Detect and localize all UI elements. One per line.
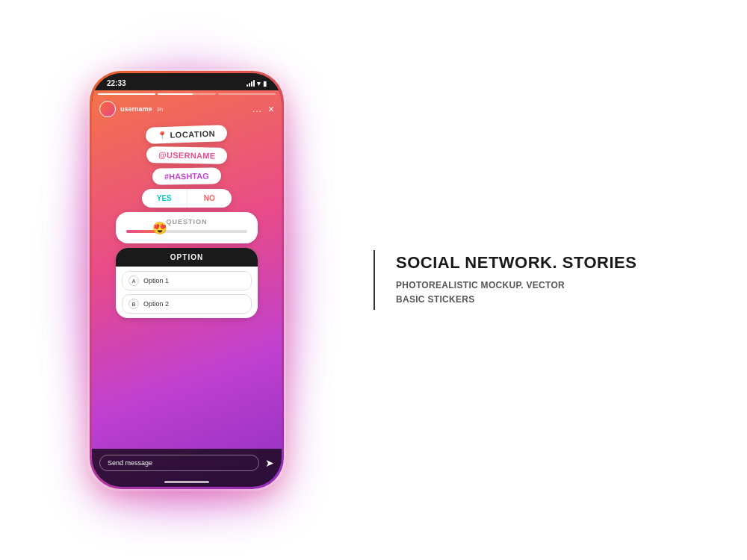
poll-option-b[interactable]: B Option 2: [122, 294, 252, 314]
location-label: LOCATION: [170, 129, 216, 140]
avatar: [99, 101, 116, 117]
sub-title-line1: PHOTOREALISTIC MOCKUP. VECTOR: [396, 279, 717, 293]
home-bar: [164, 481, 209, 483]
progress-1: [98, 93, 155, 95]
poll-header: OPTION: [116, 248, 258, 267]
yes-button[interactable]: YES: [142, 189, 187, 208]
progress-3: [218, 93, 276, 95]
option-a-letter: A: [128, 276, 139, 286]
close-icon[interactable]: ×: [268, 103, 274, 115]
divider-line: [374, 250, 375, 310]
option-b-letter: B: [128, 299, 139, 309]
story-progress: [92, 90, 282, 96]
stickers-area: 📍 LOCATION @USERNAME #HASHTAG: [92, 122, 282, 449]
wifi-icon: ▾: [257, 80, 261, 87]
phone-screen: 22:33 ▾ ▮: [92, 73, 282, 487]
progress-2: [158, 93, 215, 95]
status-bar: 22:33 ▾ ▮: [92, 73, 282, 90]
poll-options: A Option 1 B Option 2: [116, 267, 258, 318]
mention-sticker[interactable]: @USERNAME: [146, 146, 228, 164]
send-icon[interactable]: ➤: [265, 457, 274, 469]
hashtag-label: #HASHTAG: [164, 171, 209, 181]
poll-option-a[interactable]: A Option 1: [122, 271, 252, 290]
story-header-actions: ... ×: [252, 103, 274, 115]
story-username: username: [120, 105, 152, 113]
phone-frame: 22:33 ▾ ▮: [90, 71, 284, 489]
story-screen: username 3h ... × 📍 LOCATION: [92, 90, 282, 487]
message-bar: Send message ➤: [92, 449, 282, 477]
slider-emoji: 😍: [152, 223, 167, 234]
location-sticker[interactable]: 📍 LOCATION: [146, 125, 228, 144]
poll-sticker: OPTION A Option 1 B Option 2: [116, 248, 258, 318]
phone-area: 22:33 ▾ ▮: [0, 0, 374, 560]
signal-icon: [247, 80, 255, 87]
home-indicator: [92, 477, 282, 487]
question-sticker: QUESTION 😍: [116, 212, 258, 243]
option-a-text: Option 1: [143, 277, 169, 284]
pin-icon: 📍: [158, 131, 167, 139]
mention-label: @USERNAME: [158, 150, 216, 160]
more-options-icon[interactable]: ...: [252, 104, 262, 114]
story-header: username 3h ... ×: [92, 96, 282, 122]
message-placeholder: Send message: [108, 459, 152, 467]
right-content: SOCIAL NETWORK. STORIES PHOTOREALISTIC M…: [374, 253, 747, 308]
hashtag-sticker[interactable]: #HASHTAG: [152, 167, 221, 185]
message-input[interactable]: Send message: [99, 455, 259, 471]
yesno-sticker[interactable]: YES NO: [142, 189, 232, 208]
status-time: 22:33: [107, 79, 126, 87]
story-time: 3h: [157, 106, 164, 113]
slider-track[interactable]: 😍: [126, 230, 247, 233]
no-button[interactable]: NO: [187, 189, 232, 208]
sub-title-line2: BASIC STICKERS: [396, 293, 717, 307]
main-title: SOCIAL NETWORK. STORIES: [396, 253, 717, 273]
option-b-text: Option 2: [143, 300, 169, 308]
page-container: 22:33 ▾ ▮: [0, 0, 747, 560]
question-label: QUESTION: [125, 218, 249, 225]
battery-icon: ▮: [263, 80, 267, 87]
status-icons: ▾ ▮: [247, 80, 267, 87]
